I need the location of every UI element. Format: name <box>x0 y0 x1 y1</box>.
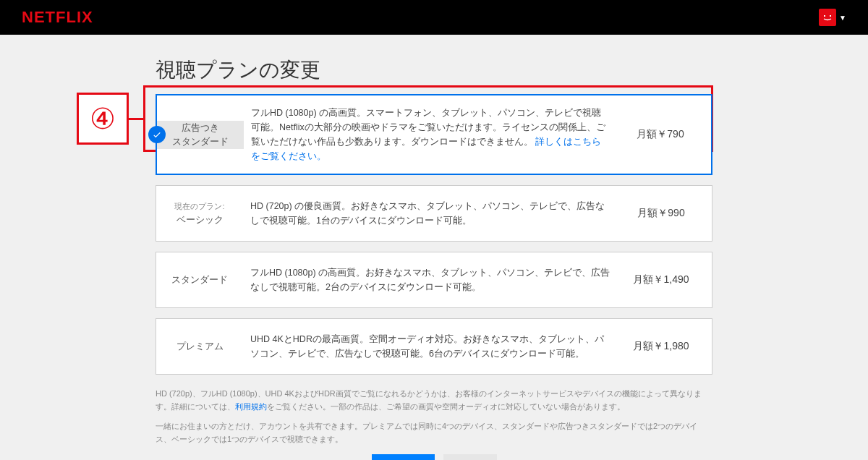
plan-price: 月額￥990 <box>618 207 712 220</box>
chevron-down-icon: ▼ <box>839 14 846 22</box>
avatar-icon <box>819 9 836 26</box>
svg-rect-0 <box>824 15 825 17</box>
plan-list: 広告つき スタンダード フルHD (1080p) の高画質。スマートフォン、タブ… <box>156 94 712 375</box>
plan-name: 広告つき スタンダード <box>157 121 244 149</box>
annotation-connector <box>129 118 143 120</box>
plan-name: プレミアム <box>156 339 243 354</box>
back-button[interactable]: 戻る <box>443 454 497 460</box>
plan-name: 現在のプラン: ベーシック <box>156 200 243 226</box>
fine-print: HD (720p)、フルHD (1080p)、UHD 4KおよびHDR画質でご覧… <box>156 388 712 446</box>
plan-price: 月額￥1,490 <box>618 273 712 286</box>
netflix-logo[interactable]: NETFLIX <box>22 8 93 27</box>
annotation-badge: ④ <box>77 93 129 145</box>
plan-standard-with-ads[interactable]: 広告つき スタンダード フルHD (1080p) の高画質。スマートフォン、タブ… <box>156 94 712 175</box>
plan-basic[interactable]: 現在のプラン: ベーシック HD (720p) の優良画質。お好きなスマホ、タブ… <box>156 185 712 242</box>
plan-description: フルHD (1080p) の高画質。スマートフォン、タブレット、パソコン、テレビ… <box>244 95 617 174</box>
check-icon <box>148 126 166 143</box>
svg-rect-1 <box>830 15 831 17</box>
page-title: 視聴プランの変更 <box>156 56 712 84</box>
plan-description: UHD 4KとHDRの最高画質。空間オーディオ対応。お好きなスマホ、タブレット、… <box>243 322 618 371</box>
plan-standard[interactable]: スタンダード フルHD (1080p) の高画質。お好きなスマホ、タブレット、パ… <box>156 252 712 308</box>
continue-button[interactable]: 続ける <box>372 454 435 460</box>
button-row: 続ける 戻る <box>156 454 712 460</box>
plan-description: HD (720p) の優良画質。お好きなスマホ、タブレット、パソコン、テレビで、… <box>243 189 618 238</box>
topbar: NETFLIX ▼ <box>0 0 868 35</box>
plan-description: フルHD (1080p) の高画質。お好きなスマホ、タブレット、パソコン、テレビ… <box>243 255 618 304</box>
profile-menu[interactable]: ▼ <box>819 9 846 26</box>
terms-link[interactable]: 利用規約 <box>235 402 267 411</box>
plan-price: 月額￥790 <box>617 128 711 141</box>
plan-name: スタンダード <box>156 273 243 287</box>
main-content: 視聴プランの変更 広告つき スタンダード フルHD (1080p) の高画質。ス… <box>156 56 712 460</box>
plan-price: 月額￥1,980 <box>618 340 712 353</box>
plan-premium[interactable]: プレミアム UHD 4KとHDRの最高画質。空間オーディオ対応。お好きなスマホ、… <box>156 318 712 375</box>
